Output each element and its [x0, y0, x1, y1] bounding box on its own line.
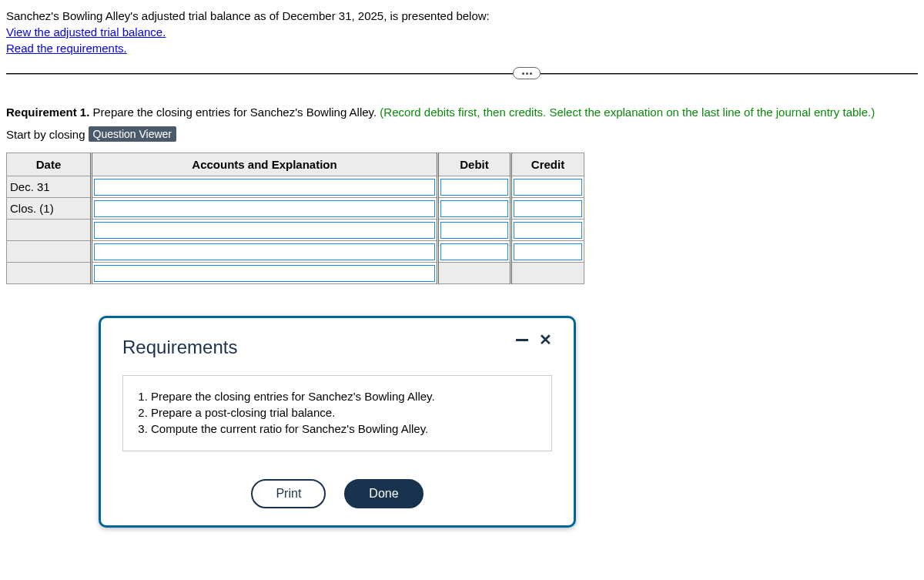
debit-input-r1[interactable]: [440, 179, 508, 196]
col-date: Date: [7, 153, 92, 176]
date-cell-1: Dec. 31: [7, 176, 92, 198]
requirement-1-hint: (Record debits first, then credits. Sele…: [380, 106, 875, 119]
accounts-input-r1[interactable]: [94, 179, 435, 196]
question-viewer-badge[interactable]: Question Viewer: [89, 126, 176, 142]
accounts-input-r4[interactable]: [94, 243, 435, 260]
start-by-closing-row: Start by closing Question Viewer: [6, 126, 918, 142]
expand-pill[interactable]: [513, 67, 541, 79]
section-divider: [6, 73, 918, 75]
credit-input-r1[interactable]: [514, 179, 582, 196]
debit-input-r4[interactable]: [440, 243, 508, 260]
journal-entry-table: Date Accounts and Explanation Debit Cred…: [6, 153, 584, 284]
debit-blank-r5: [438, 263, 511, 284]
accounts-input-r5[interactable]: [94, 265, 435, 282]
credit-input-r4[interactable]: [514, 243, 582, 260]
link-read-requirements[interactable]: Read the requirements.: [6, 42, 127, 55]
start-by-closing-text: Start by closing: [6, 128, 85, 141]
accounts-input-r2[interactable]: [94, 200, 435, 217]
date-cell-2: Clos. (1): [7, 198, 92, 220]
date-cell-5: [7, 263, 92, 284]
requirement-1-line: Requirement 1. Prepare the closing entri…: [6, 106, 918, 119]
debit-input-r2[interactable]: [440, 200, 508, 217]
credit-blank-r5: [511, 263, 584, 284]
col-credit: Credit: [511, 153, 584, 176]
col-debit: Debit: [438, 153, 511, 176]
intro-text: Sanchez's Bowling Alley's adjusted trial…: [6, 9, 918, 22]
date-cell-3: [7, 220, 92, 241]
requirement-1-text: Prepare the closing entries for Sanchez'…: [89, 106, 380, 119]
credit-input-r3[interactable]: [514, 222, 582, 239]
date-cell-4: [7, 241, 92, 263]
debit-input-r3[interactable]: [440, 222, 508, 239]
requirement-1-label: Requirement 1.: [6, 106, 89, 119]
credit-input-r2[interactable]: [514, 200, 582, 217]
link-view-adjusted-trial-balance[interactable]: View the adjusted trial balance.: [6, 25, 166, 39]
col-accounts: Accounts and Explanation: [92, 153, 438, 176]
accounts-input-r3[interactable]: [94, 222, 435, 239]
